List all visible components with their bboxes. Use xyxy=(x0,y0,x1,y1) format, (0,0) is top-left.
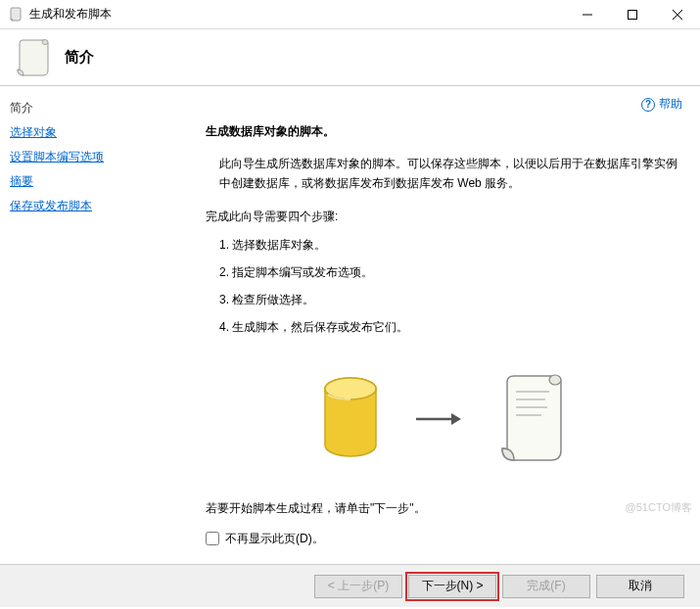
maximize-button[interactable] xyxy=(610,0,655,28)
next-button[interactable]: 下一步(N) > xyxy=(408,575,496,598)
step-item: 4. 生成脚本，然后保存或发布它们。 xyxy=(219,318,680,336)
app-icon xyxy=(8,7,23,23)
wizard-sidebar: 简介 选择对象 设置脚本编写选项 摘要 保存或发布脚本 xyxy=(0,86,178,564)
scroll-icon xyxy=(12,37,53,78)
svg-rect-1 xyxy=(629,10,637,19)
close-button[interactable] xyxy=(655,0,700,28)
dont-show-checkbox[interactable] xyxy=(206,532,219,545)
prompt-text: 若要开始脚本生成过程，请单击"下一步"。 xyxy=(206,500,680,517)
sidebar-item-options[interactable]: 设置脚本编写选项 xyxy=(10,145,177,169)
help-label: 帮助 xyxy=(659,96,682,113)
section-title: 生成数据库对象的脚本。 xyxy=(206,123,680,140)
arrow-icon xyxy=(414,409,463,432)
step-item: 2. 指定脚本编写或发布选项。 xyxy=(219,263,680,281)
sidebar-item-intro[interactable]: 简介 xyxy=(10,96,177,120)
description-text: 此向导生成所选数据库对象的脚本。可以保存这些脚本，以便以后用于在数据库引擎实例中… xyxy=(219,154,680,194)
wizard-content: ? 帮助 生成数据库对象的脚本。 此向导生成所选数据库对象的脚本。可以保存这些脚… xyxy=(178,86,700,564)
sidebar-item-summary[interactable]: 摘要 xyxy=(10,169,177,194)
svg-point-4 xyxy=(42,39,48,44)
step-item: 3. 检查所做选择。 xyxy=(219,291,680,308)
database-icon xyxy=(316,375,385,466)
checkbox-label: 不再显示此页(D)。 xyxy=(225,531,324,547)
svg-marker-8 xyxy=(451,413,461,425)
wizard-header: 简介 xyxy=(0,29,700,86)
minimize-button[interactable] xyxy=(565,0,610,28)
step-item: 1. 选择数据库对象。 xyxy=(219,236,680,254)
sidebar-item-select[interactable]: 选择对象 xyxy=(10,120,177,145)
illustration xyxy=(206,370,680,471)
steps-list: 1. 选择数据库对象。 2. 指定脚本编写或发布选项。 3. 检查所做选择。 4… xyxy=(219,236,680,336)
wizard-footer: < 上一步(P) 下一步(N) > 完成(F) 取消 xyxy=(0,564,700,607)
svg-point-9 xyxy=(549,375,561,385)
script-icon xyxy=(492,370,571,471)
window-controls xyxy=(565,0,700,28)
steps-intro: 完成此向导需要四个步骤: xyxy=(206,208,680,226)
prev-button: < 上一步(P) xyxy=(314,575,402,598)
dont-show-checkbox-row[interactable]: 不再显示此页(D)。 xyxy=(206,531,680,547)
help-link[interactable]: ? 帮助 xyxy=(641,96,682,113)
finish-button: 完成(F) xyxy=(502,575,590,598)
watermark: @51CTO博客 xyxy=(626,500,692,515)
help-icon: ? xyxy=(641,98,655,112)
page-title: 简介 xyxy=(65,48,94,67)
titlebar: 生成和发布脚本 xyxy=(0,0,700,29)
cancel-button[interactable]: 取消 xyxy=(596,575,684,598)
sidebar-item-save[interactable]: 保存或发布脚本 xyxy=(10,194,177,218)
window-title: 生成和发布脚本 xyxy=(29,6,565,23)
